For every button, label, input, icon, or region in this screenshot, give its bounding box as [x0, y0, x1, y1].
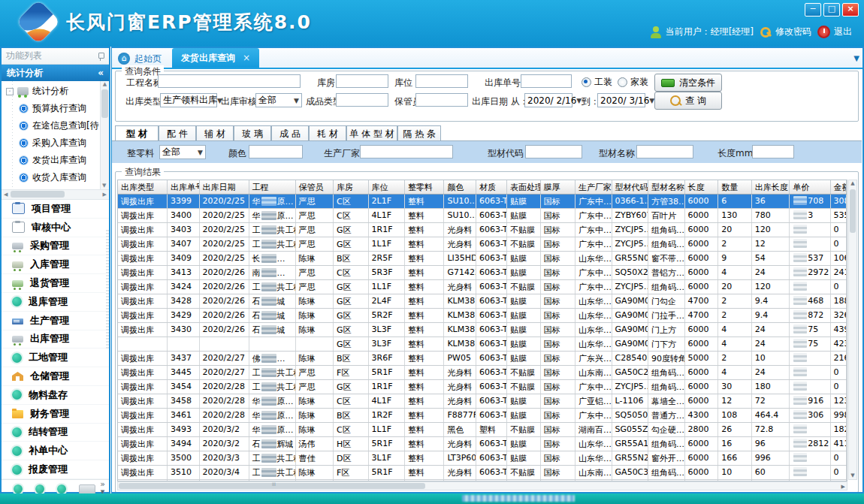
sidebar-item-结转管理[interactable]: 结转管理 [2, 424, 109, 442]
sidebar-item-退货管理[interactable]: 退货管理 [2, 274, 109, 293]
sidebar-item-物料盘存[interactable]: 物料盘存 [2, 386, 109, 405]
gongzhuang-radio[interactable]: 工装 [582, 76, 612, 89]
tree-item[interactable]: 在途信息查询[待 [2, 117, 109, 134]
clear-conditions-button[interactable]: 清空条件 [654, 74, 722, 92]
length-input[interactable] [752, 145, 794, 158]
collapse-icon[interactable]: « [98, 68, 104, 78]
order-no-input[interactable] [521, 74, 572, 88]
table-row[interactable]: 调拨出库34072020/2/25工共工程严思G区1L1F整料光身料6063-T… [118, 237, 847, 252]
sidebar-item-入库管理[interactable]: 入库管理 [2, 255, 109, 274]
column-header[interactable]: 颜色 [444, 180, 476, 194]
outbound-type-select[interactable]: 生产领料出库 ▼ [160, 93, 217, 107]
column-header[interactable]: 库位 [369, 180, 406, 194]
tab-shipment-query[interactable]: 发货出库查询 × [172, 48, 259, 68]
sidebar-item-财务管理[interactable]: 财务管理 [2, 405, 109, 424]
warehouse-input[interactable] [336, 74, 388, 88]
date-from-picker[interactable]: 2020/ 2/16 ▼ [524, 93, 572, 107]
table-row[interactable]: 调拨出库34292020/2/26石城陈琳G区5R2F整料KLM38176063… [118, 309, 847, 323]
sidebar-item-仓储管理[interactable]: 仓储管理 [2, 367, 109, 386]
table-row[interactable]: 调拨出库34282020/2/26石城陈琳G区2L4F整料KLM38176063… [118, 294, 847, 309]
table-row[interactable]: 调拨出库34302020/2/26石城陈琳G区3L3F整料KLM38176063… [118, 323, 847, 337]
sidebar-item-补单中心[interactable]: 补单中心 [2, 442, 109, 460]
project-name-input[interactable] [158, 74, 301, 88]
tree-scroll-right-icon[interactable]: ▶ [103, 192, 107, 198]
sidebar-item-采购管理[interactable]: 采购管理 [2, 237, 109, 256]
column-header[interactable]: 出库类型 [118, 180, 168, 194]
product-type-input[interactable] [336, 93, 388, 107]
manufacturer-input[interactable] [360, 145, 453, 158]
table-scroll-right-icon[interactable]: ▶ [841, 484, 845, 490]
outbound-audit-select[interactable]: 全部 ▼ [255, 93, 302, 107]
module-dot-icon[interactable] [14, 484, 23, 493]
table-row[interactable]: 调拨出库34932020/3/2华原…陈琳C区1L1F整料黑色塑料不贴膜国标湖南… [118, 423, 847, 437]
column-header[interactable]: 库房 [334, 180, 369, 194]
column-header[interactable]: 工程 [249, 180, 296, 194]
jiazhuang-radio[interactable]: 家装 [618, 76, 648, 89]
tab-list-dropdown-icon[interactable]: ▼ [853, 54, 859, 62]
sidebar-item-审核中心[interactable]: 审核中心 [2, 219, 109, 237]
table-row[interactable]: 调拨出库34582020/2/28华原…陈琳C区4L1F整料光身料6063-T5… [118, 394, 847, 409]
tree-item[interactable]: 发货出库查询 [2, 152, 109, 169]
logout-button[interactable]: 退出 [817, 26, 852, 38]
column-header[interactable]: 出库长度 [752, 180, 790, 194]
minimize-button[interactable]: ─ [805, 3, 821, 17]
table-row[interactable]: G区3L3F整料KLM38176063-T5贴膜国标山东华…GA90M09…门下… [118, 337, 847, 352]
profile-name-input[interactable] [636, 145, 693, 158]
maximize-button[interactable]: □ [823, 3, 840, 17]
table-row[interactable]: 调拨出库34002020/2/25华原…严思C区4L1F整料SU10…6063-… [118, 209, 847, 223]
sidebar-item-出库管理[interactable]: 出库管理 [2, 330, 109, 349]
column-header[interactable]: 表面处理 [507, 180, 541, 194]
tree-scroll-down-icon[interactable]: ▼ [102, 183, 106, 189]
tree-scroll-left-icon[interactable]: ◀ [4, 192, 8, 198]
material-subtab[interactable]: 成 品 [271, 125, 309, 140]
table-row[interactable]: 调拨出库34032020/2/25工共工程严思G区1R1F整料光身料6063-T… [118, 223, 847, 237]
tree-root-item[interactable]: - 统计分析 [2, 81, 109, 100]
tree-item[interactable]: 收货入库查询 [2, 169, 109, 186]
color-input[interactable] [249, 145, 303, 158]
table-row[interactable]: 调拨出库35102020/3/4工共工程陈琳F区5R1F整料光身料6063-T5… [118, 466, 847, 480]
table-row[interactable]: 调拨出库34242020/2/26工共工程严思G区1L1F整料光身料6063-T… [118, 280, 847, 294]
column-header[interactable]: 材质 [476, 180, 507, 194]
radio-unselected-icon[interactable] [618, 77, 627, 87]
table-vscroll-thumb[interactable] [850, 189, 856, 233]
module-cart-icon[interactable] [79, 484, 95, 494]
menu-scrollbar[interactable] [106, 230, 109, 350]
material-subtab[interactable]: 耗 材 [309, 125, 346, 140]
profile-code-input[interactable] [525, 145, 582, 158]
tree-horizontal-scrollbar[interactable]: ◀ ▶ [2, 190, 109, 200]
table-row[interactable]: 调拨出库34942020/3/2石辉城汤伟H区5R1F整料光身料6063-T5贴… [118, 437, 847, 451]
table-row[interactable]: 调拨出库34452020/2/27工共工程严思F区5R1F整料光身料6063-T… [118, 366, 847, 380]
column-header[interactable]: 金额 [831, 180, 847, 194]
column-header[interactable]: 出库单号 [168, 180, 200, 194]
table-horizontal-scrollbar[interactable]: ▶ [117, 481, 847, 490]
tree-hscroll-thumb[interactable] [11, 191, 65, 198]
sidebar-item-项目管理[interactable]: 项目管理 [2, 200, 109, 219]
material-subtab[interactable]: 辅 材 [196, 125, 234, 140]
table-row[interactable]: 调拨出库34092020/2/25长…陈琳B区2R5F整料LI35HD6063-… [118, 252, 847, 266]
table-hscroll-thumb[interactable] [119, 483, 425, 489]
table-row[interactable]: 调拨出库34132020/2/26南…严思C区5R3F整料G714226063-… [118, 266, 847, 280]
module-dot-icon[interactable] [57, 484, 66, 493]
column-header[interactable]: 膜厚 [541, 180, 576, 194]
table-row[interactable]: 调拨出库34372020/2/27佛…陈琳B区3R6F整料PW056063-T5… [118, 352, 847, 366]
column-header[interactable]: 型材名称 [648, 180, 685, 194]
date-to-picker[interactable]: 2020/ 3/16 ▼ [597, 93, 645, 107]
whole-part-select[interactable]: 全部 ▼ [159, 145, 206, 159]
table-row[interactable]: 调拨出库34612020/2/28华原…陈琳B区1R2F整料F8877FT606… [118, 409, 847, 423]
tree-item[interactable]: 预算执行查询 [2, 100, 109, 117]
column-header[interactable]: 型材代码 [612, 180, 649, 194]
close-button[interactable]: × [842, 3, 859, 17]
column-header[interactable]: 整零料 [405, 180, 444, 194]
tree-item[interactable]: 采购入库查询 [2, 134, 109, 152]
tree-expander-icon[interactable]: - [6, 88, 14, 95]
change-password-button[interactable]: 修改密码 [760, 26, 811, 38]
material-subtab[interactable]: 单 体 型 材 [346, 125, 397, 140]
material-subtab[interactable]: 玻 璃 [234, 125, 271, 140]
pin-icon[interactable] [97, 52, 104, 61]
table-row[interactable]: 调拨出库33992020/2/25华原…严思C区2L1F整料SU10…6063-… [118, 195, 847, 209]
sidebar-item-退库管理[interactable]: 退库管理 [2, 293, 109, 312]
location-input[interactable] [415, 74, 468, 88]
tree-vertical-scrollbar[interactable]: ▲ ▼ [100, 81, 109, 189]
radio-selected-icon[interactable] [582, 77, 591, 87]
material-subtab[interactable]: 型 材 [115, 125, 159, 140]
